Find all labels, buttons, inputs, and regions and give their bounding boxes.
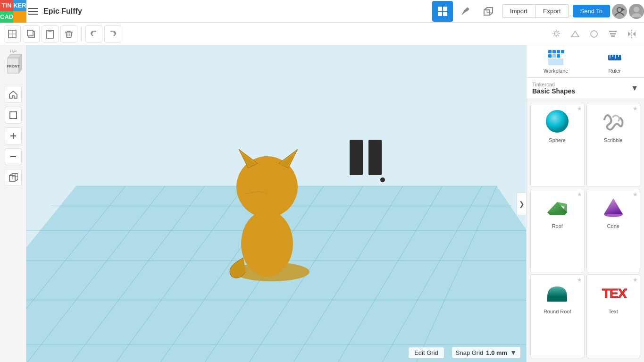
workplane-label: Workplane bbox=[544, 68, 568, 74]
circle-tool-button[interactable] bbox=[585, 25, 602, 42]
shapes-title: Basic Shapes bbox=[532, 87, 575, 95]
ruler-icon bbox=[606, 49, 623, 66]
snap-grid-label: Snap Grid bbox=[456, 349, 484, 356]
svg-rect-74 bbox=[557, 50, 560, 53]
cone-label: Cone bbox=[607, 223, 619, 229]
paste-button[interactable] bbox=[42, 25, 59, 42]
svg-rect-3 bbox=[438, 7, 442, 11]
tinkercad-label: Tinkercad bbox=[532, 82, 575, 87]
text-shape-label: Text bbox=[609, 309, 618, 314]
project-title: Epic Fulffy bbox=[43, 7, 82, 16]
round-roof-star[interactable]: ★ bbox=[577, 277, 582, 283]
snap-grid-dropdown[interactable]: ▼ bbox=[510, 349, 517, 356]
zoom-out-button[interactable] bbox=[5, 148, 22, 165]
add-user-icon[interactable] bbox=[612, 4, 627, 19]
logo-cell-k: CAD bbox=[0, 11, 13, 23]
svg-rect-1 bbox=[28, 11, 38, 12]
workplane-ruler: Workplane Ruler bbox=[527, 45, 644, 78]
fit-to-view-button[interactable] bbox=[5, 107, 22, 124]
main-layout: TOP FRONT bbox=[0, 45, 644, 362]
top-actions: Import Export bbox=[502, 4, 569, 18]
logo-cell-i: KER bbox=[13, 0, 26, 11]
svg-text:TOP: TOP bbox=[9, 51, 17, 53]
grid-view-button[interactable] bbox=[432, 1, 453, 22]
align-button[interactable] bbox=[604, 25, 621, 42]
user-icon-area bbox=[612, 4, 644, 19]
roof-star[interactable]: ★ bbox=[577, 191, 582, 198]
new-workplane-button[interactable] bbox=[4, 25, 21, 42]
delete-button[interactable] bbox=[60, 25, 77, 42]
svg-point-13 bbox=[634, 7, 639, 12]
logo-cell-e bbox=[13, 11, 26, 23]
svg-rect-28 bbox=[611, 35, 615, 37]
view-cube[interactable]: TOP FRONT bbox=[0, 49, 26, 80]
edit-grid-button[interactable]: Edit Grid bbox=[408, 347, 444, 359]
svg-rect-0 bbox=[28, 8, 38, 9]
right-chevron[interactable]: ❯ bbox=[517, 193, 526, 215]
shape-item-scribble[interactable]: ★ Scribble bbox=[586, 103, 641, 187]
user-avatar[interactable] bbox=[629, 4, 644, 19]
svg-rect-92 bbox=[547, 297, 567, 302]
home-button[interactable] bbox=[5, 86, 22, 103]
shape-tool-button[interactable] bbox=[567, 25, 584, 42]
svg-point-25 bbox=[591, 31, 597, 37]
roof-icon bbox=[543, 193, 571, 221]
shape-item-round-roof[interactable]: ★ Round Ro bbox=[530, 274, 585, 358]
zoom-in-button[interactable] bbox=[5, 127, 22, 144]
workplane-icon bbox=[547, 49, 564, 66]
export-button[interactable]: Export bbox=[535, 4, 569, 18]
svg-rect-4 bbox=[443, 7, 447, 11]
text-shape-icon: TEXT bbox=[599, 278, 627, 307]
svg-rect-77 bbox=[557, 54, 560, 58]
svg-rect-68 bbox=[350, 140, 363, 175]
sphere-star[interactable]: ★ bbox=[577, 105, 582, 112]
cat-model bbox=[206, 111, 338, 293]
svg-text:TEXT: TEXT bbox=[602, 286, 627, 301]
shape-item-text[interactable]: ★ TEXT Text bbox=[586, 274, 641, 358]
copy-button[interactable] bbox=[23, 25, 40, 42]
scribble-star[interactable]: ★ bbox=[633, 105, 638, 112]
dark-objects bbox=[347, 133, 404, 196]
svg-rect-75 bbox=[548, 54, 552, 58]
svg-rect-6 bbox=[443, 12, 447, 16]
workplane-button[interactable]: Workplane bbox=[527, 45, 585, 77]
svg-rect-20 bbox=[48, 30, 52, 32]
svg-marker-32 bbox=[19, 54, 22, 73]
import-button[interactable]: Import bbox=[502, 4, 535, 18]
svg-point-70 bbox=[380, 177, 385, 182]
svg-rect-71 bbox=[548, 59, 563, 65]
svg-rect-2 bbox=[28, 14, 38, 15]
list-view-icon[interactable] bbox=[25, 4, 41, 19]
canvas-area[interactable]: Edit Grid Snap Grid 1.0 mm ▼ ❯ bbox=[26, 45, 526, 362]
svg-marker-91 bbox=[604, 198, 623, 214]
perspective-button[interactable] bbox=[5, 169, 22, 186]
text-star[interactable]: ★ bbox=[633, 277, 638, 283]
mirror-button[interactable] bbox=[623, 25, 640, 42]
light-button[interactable] bbox=[548, 25, 565, 42]
scribble-label: Scribble bbox=[604, 137, 623, 143]
ruler-button[interactable]: Ruler bbox=[585, 45, 644, 77]
build-button[interactable] bbox=[455, 1, 476, 22]
shapes-dropdown-arrow[interactable]: ▼ bbox=[631, 84, 638, 93]
svg-rect-26 bbox=[609, 31, 617, 32]
shape-item-sphere[interactable]: ★ Sphere bbox=[530, 103, 585, 187]
round-roof-icon bbox=[543, 278, 571, 307]
svg-rect-19 bbox=[47, 31, 53, 39]
svg-marker-87 bbox=[547, 212, 567, 215]
svg-rect-35 bbox=[10, 112, 17, 118]
top-right-icons bbox=[432, 1, 498, 22]
svg-rect-72 bbox=[548, 50, 552, 53]
redo-button[interactable] bbox=[104, 25, 121, 42]
undo-button[interactable] bbox=[85, 25, 102, 42]
send-to-button[interactable]: Send To bbox=[573, 5, 610, 17]
box-button[interactable] bbox=[477, 1, 498, 22]
toolbar bbox=[0, 23, 644, 45]
svg-point-9 bbox=[617, 8, 622, 12]
svg-rect-78 bbox=[561, 50, 564, 53]
svg-rect-76 bbox=[552, 54, 556, 58]
cone-star[interactable]: ★ bbox=[633, 191, 638, 198]
shape-item-cone[interactable]: ★ Cone bbox=[586, 189, 641, 273]
snap-grid-value: 1.0 mm bbox=[486, 349, 507, 356]
snap-grid-area: Snap Grid 1.0 mm ▼ bbox=[452, 347, 520, 358]
shape-item-roof[interactable]: ★ bbox=[530, 189, 585, 273]
